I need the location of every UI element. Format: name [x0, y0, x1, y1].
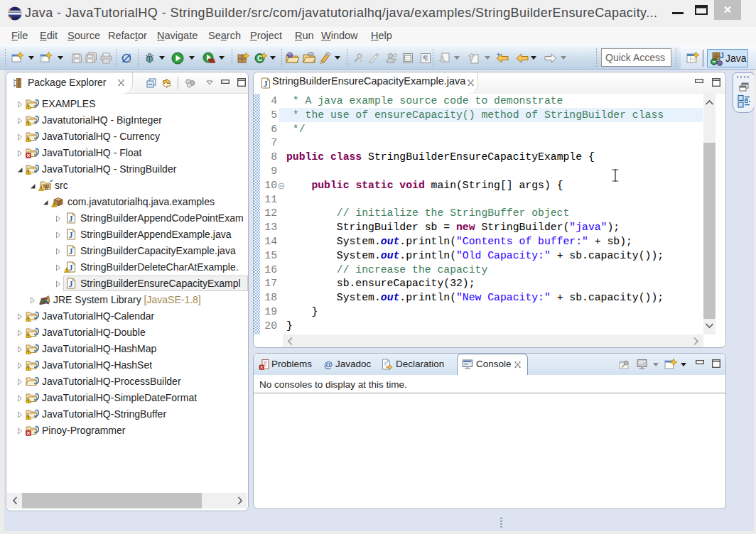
svg-text:J: J	[720, 52, 724, 60]
svg-text:@: @	[324, 360, 333, 370]
